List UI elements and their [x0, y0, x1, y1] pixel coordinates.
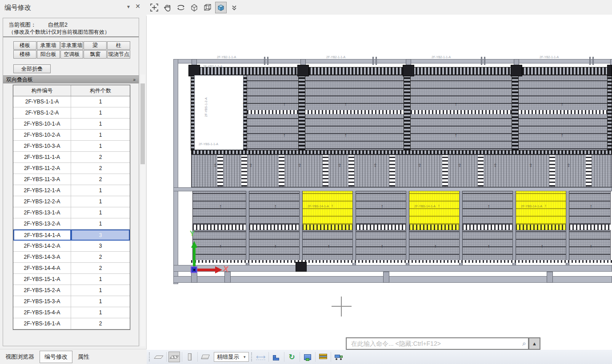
close-icon[interactable]: ✕ — [135, 3, 140, 10]
selected-slab[interactable] — [302, 191, 353, 225]
component-count-cell[interactable]: 1 — [71, 307, 130, 318]
category-button[interactable]: 楼板 — [13, 41, 36, 50]
table-row[interactable]: 2F-YBS-1-2-A1 — [13, 107, 130, 119]
table-row[interactable]: 2F-YBS-1-1-A1 — [13, 96, 130, 107]
table-row[interactable]: 2F-YBS-11-2-A2 — [13, 163, 130, 174]
panel-collapse-icon[interactable]: ▾ — [127, 4, 130, 10]
equipment-icon[interactable] — [302, 352, 313, 362]
component-id-cell[interactable]: 2F-YBS-1-1-A — [13, 96, 71, 107]
table-row[interactable]: 2F-YBS-14-2-A3 — [13, 241, 130, 252]
component-id-cell[interactable]: 2F-YBS-12-1-A — [13, 185, 71, 196]
component-count-cell[interactable]: 1 — [71, 141, 130, 152]
component-count-cell[interactable]: 1 — [71, 296, 130, 307]
panel-scrollbar[interactable] — [140, 75, 145, 346]
hidden-line-view-icon[interactable] — [202, 2, 213, 13]
table-row[interactable]: 2F-YBS-10-3-A1 — [13, 141, 130, 152]
component-id-cell[interactable]: 2F-YBS-10-1-A — [13, 119, 71, 130]
component-id-cell[interactable]: 2F-YBS-13-1-A — [13, 207, 71, 218]
category-button[interactable]: 柱 — [107, 41, 130, 50]
component-id-cell[interactable]: 2F-YBS-11-2-A — [13, 163, 71, 174]
component-id-cell[interactable]: 2F-YBS-14-1-A — [13, 229, 71, 241]
table-row[interactable]: 2F-YBS-12-2-A1 — [13, 196, 130, 207]
component-id-cell[interactable]: 2F-YBS-14-3-A — [13, 252, 71, 263]
category-button[interactable]: 楼梯 — [13, 50, 36, 59]
panel-tab[interactable]: 编号修改 — [40, 351, 72, 363]
component-id-cell[interactable]: 2F-YBS-14-2-A — [13, 241, 71, 252]
component-blocks-icon[interactable] — [271, 352, 282, 362]
table-row[interactable]: 2F-YBS-13-1-A1 — [13, 207, 130, 218]
component-id-cell[interactable]: 2F-YBS-15-2-A — [13, 285, 71, 296]
component-count-cell[interactable]: 1 — [71, 196, 130, 207]
component-count-cell[interactable]: 3 — [71, 241, 130, 252]
component-count-cell[interactable]: 3 — [71, 229, 130, 241]
pan-icon[interactable] — [162, 2, 173, 13]
component-count-cell[interactable]: 2 — [71, 252, 130, 263]
table-row[interactable]: 2F-YBS-10-2-A1 — [13, 130, 130, 141]
measure-icon[interactable]: ⟷ — [255, 352, 267, 362]
section-header[interactable]: 双向叠合板 » — [3, 75, 139, 83]
component-count-cell[interactable]: 1 — [71, 207, 130, 218]
column-icon[interactable] — [184, 352, 196, 362]
command-history-button[interactable]: ▲ — [529, 337, 540, 350]
table-row[interactable]: 2F-YBS-10-1-A1 — [13, 119, 130, 130]
component-id-cell[interactable]: 2F-YBS-15-1-A — [13, 274, 71, 285]
panel-tab[interactable]: 视图浏览器 — [1, 351, 39, 363]
component-id-cell[interactable]: 2F-YBS-11-3-A — [13, 174, 71, 185]
orbit-icon[interactable] — [175, 2, 187, 13]
component-count-cell[interactable]: 2 — [71, 263, 130, 274]
panel-tab[interactable]: 属性 — [73, 351, 94, 363]
component-count-cell[interactable]: 2 — [71, 163, 130, 174]
category-button[interactable]: 飘窗 — [84, 50, 107, 59]
component-id-cell[interactable]: 2F-YBS-1-2-A — [13, 107, 71, 119]
zoom-extents-icon[interactable] — [148, 2, 160, 13]
wall-icon[interactable] — [200, 352, 211, 362]
category-button[interactable]: 现浇节点 — [107, 50, 130, 59]
table-row[interactable]: 2F-YBS-15-4-A1 — [13, 307, 130, 318]
scrollbar-thumb[interactable] — [140, 83, 145, 164]
selected-slab[interactable] — [409, 191, 460, 225]
category-button[interactable]: 非承重墙 — [60, 41, 84, 50]
slab-hatched-icon[interactable] — [168, 352, 180, 362]
component-count-cell[interactable]: 1 — [71, 130, 130, 141]
component-count-cell[interactable]: 1 — [71, 107, 130, 119]
category-button[interactable]: 梁 — [84, 41, 107, 50]
component-count-cell[interactable]: 2 — [71, 174, 130, 185]
component-id-cell[interactable]: 2F-YBS-10-2-A — [13, 130, 71, 141]
slab-thin-icon[interactable] — [153, 352, 164, 362]
component-id-cell[interactable]: 2F-YBS-14-4-A — [13, 263, 71, 274]
table-row[interactable]: 2F-YBS-15-2-A1 — [13, 285, 130, 296]
component-count-cell[interactable]: 1 — [71, 96, 130, 107]
component-count-cell[interactable]: 1 — [71, 185, 130, 196]
layered-slab-icon[interactable] — [317, 352, 329, 362]
category-button[interactable]: 空调板 — [60, 50, 84, 59]
display-mode-dropdown[interactable]: 精细显示 ▾ — [214, 352, 249, 362]
shaded-view-icon[interactable] — [215, 2, 227, 13]
more-tools-icon[interactable] — [228, 2, 240, 13]
table-row[interactable]: 2F-YBS-14-3-A2 — [13, 252, 130, 263]
table-row[interactable]: 2F-YBS-14-4-A2 — [13, 263, 130, 274]
component-count-cell[interactable]: 2 — [71, 152, 130, 163]
category-button[interactable]: 阳台板 — [37, 50, 60, 59]
collapse-all-button[interactable]: 全部折叠 — [13, 64, 51, 73]
component-id-cell[interactable]: 2F-YBS-15-3-A — [13, 296, 71, 307]
component-count-cell[interactable]: 1 — [71, 274, 130, 285]
component-count-cell[interactable]: 2 — [71, 318, 130, 329]
table-row[interactable]: 2F-YBS-11-1-A2 — [13, 152, 130, 163]
export-truck-icon[interactable] — [333, 352, 344, 362]
table-row[interactable]: 2F-YBS-13-2-A1 — [13, 218, 130, 229]
component-count-cell[interactable]: 1 — [71, 119, 130, 130]
selected-slab[interactable] — [516, 191, 566, 225]
category-button[interactable]: 承重墙 — [37, 41, 60, 50]
edit-rotate-icon[interactable]: ↻ — [286, 352, 298, 362]
component-count-cell[interactable]: 1 — [71, 218, 130, 229]
component-id-cell[interactable]: 2F-YBS-10-3-A — [13, 141, 71, 152]
table-row[interactable]: 2F-YBS-14-1-A3 — [13, 229, 130, 241]
component-id-cell[interactable]: 2F-YBS-15-4-A — [13, 307, 71, 318]
component-count-cell[interactable]: 1 — [71, 285, 130, 296]
command-input[interactable] — [346, 337, 529, 350]
component-id-cell[interactable]: 2F-YBS-11-1-A — [13, 152, 71, 163]
table-row[interactable]: 2F-YBS-15-3-A1 — [13, 296, 130, 307]
drawing-canvas[interactable]: 2F-YB2-1-1-A2F-YB2-1-1-A2F-YB2-1-1-A2F-Y… — [147, 15, 612, 350]
wireframe-view-icon[interactable] — [188, 2, 200, 13]
table-row[interactable]: 2F-YBS-16-1-A2 — [13, 318, 130, 329]
